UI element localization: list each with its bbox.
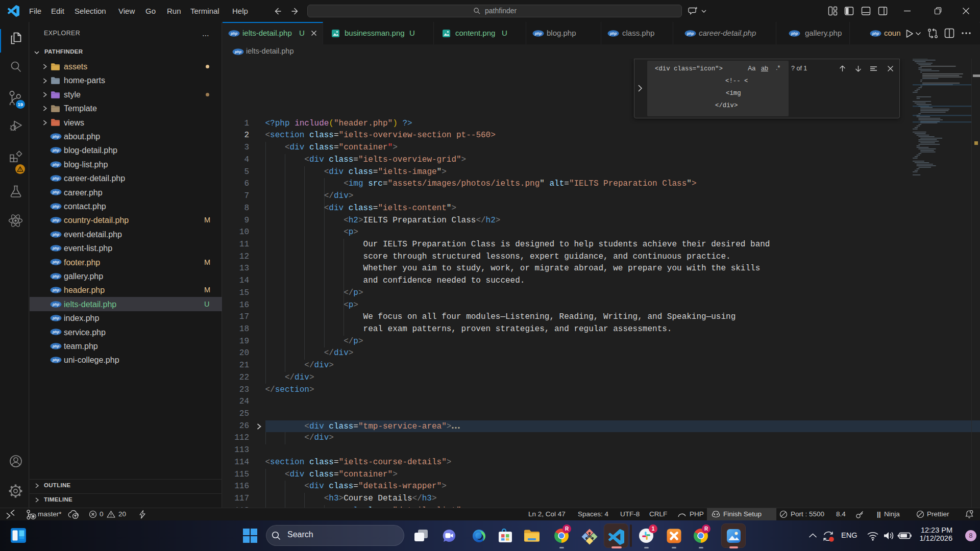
svg-text:php: php [52, 204, 60, 209]
svg-text:php: php [52, 190, 60, 195]
svg-text:php: php [52, 288, 60, 292]
svg-text:php: php [872, 31, 879, 36]
svg-text:php: php [534, 31, 542, 36]
svg-text:php: php [609, 31, 617, 36]
svg-text:php: php [234, 49, 242, 54]
svg-text:php: php [52, 218, 60, 222]
svg-text:php: php [52, 358, 60, 362]
svg-text:php: php [52, 302, 60, 307]
svg-text:php: php [52, 162, 60, 167]
svg-text:php: php [52, 246, 60, 251]
svg-text:php: php [52, 260, 60, 265]
svg-text:php: php [52, 330, 60, 335]
svg-text:php: php [52, 274, 60, 279]
svg-text:php: php [52, 176, 60, 181]
svg-text:php: php [791, 31, 798, 36]
svg-text:php: php [52, 316, 60, 320]
svg-text:php: php [52, 148, 60, 153]
svg-text:php: php [687, 31, 694, 36]
svg-text:php: php [230, 31, 238, 36]
svg-text:php: php [52, 344, 60, 348]
svg-text:php: php [52, 134, 60, 139]
svg-text:php: php [52, 232, 60, 237]
